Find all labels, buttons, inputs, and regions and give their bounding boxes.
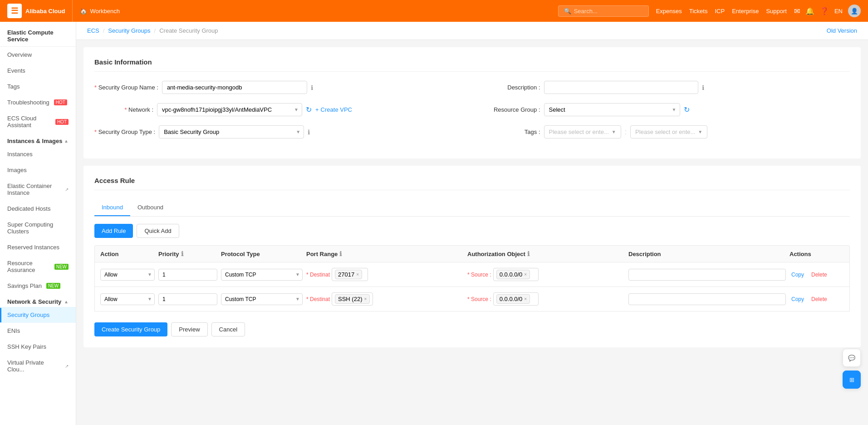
type-info-icon[interactable]: ℹ [308,128,310,136]
workbench-link[interactable]: 🏠 Workbench [72,0,127,22]
row2-protocol-select[interactable]: Custom TCP [221,293,303,305]
tags-key-select[interactable]: Please select or ente... ▼ [544,125,621,138]
security-group-name-input[interactable] [162,81,307,94]
sidebar-item-images[interactable]: Images [0,162,76,178]
row2-port-cell: * Destinat SSH (22) × [306,292,464,306]
search-icon: 🔍 [564,8,571,15]
tags-separator: : [625,128,627,136]
row2-action-links: Copy Delete [790,296,844,302]
mail-icon[interactable]: ✉ [794,7,800,15]
description-field: Description : ℹ [481,81,850,94]
row1-port-close[interactable]: × [356,272,359,277]
row2-port-close[interactable]: × [364,297,367,301]
tags-value-select[interactable]: Please select or ente... ▼ [630,125,707,138]
lang-selector[interactable]: EN [834,8,843,15]
form-row-network-resource: Network : vpc-gw8nofh171pioipgj33yl/AntM… [94,103,850,116]
breadcrumb-ecs[interactable]: ECS [87,27,99,34]
avatar[interactable]: 👤 [848,5,861,17]
row1-delete-link[interactable]: Delete [809,272,829,278]
sidebar-section-instances-images[interactable]: Instances & Images ▲ [0,133,76,146]
row2-action-select[interactable]: Allow [100,293,155,305]
top-navbar: ☰ Alibaba Cloud 🏠 Workbench 🔍 Expenses T… [0,0,868,22]
desc-info-icon[interactable]: ℹ [702,84,704,91]
search-input[interactable] [574,8,643,15]
security-group-type-select[interactable]: Basic Security Group [159,125,304,138]
row1-description-input[interactable] [628,269,786,281]
row1-source-close[interactable]: × [524,272,527,277]
sidebar-item-virtual-private-cloud[interactable]: Virtual Private Clou... ↗ [0,355,76,377]
sidebar-item-overview[interactable]: Overview [0,47,76,63]
security-group-name-label: Security Group Name : [94,84,158,91]
old-version-link[interactable]: Old Version [827,27,857,34]
sidebar-item-events[interactable]: Events [0,63,76,79]
sidebar-item-savings-plan[interactable]: Savings Plan NEW [0,278,76,294]
network-select[interactable]: vpc-gw8nofh171pioipgj33yl/AntMediaVPC [157,103,302,116]
row2-copy-link[interactable]: Copy [790,296,806,302]
sidebar-item-troubleshooting[interactable]: Troubleshooting HOT [0,94,76,110]
icp-link[interactable]: ICP [715,8,725,15]
support-link[interactable]: Support [766,8,787,15]
priority-info-icon[interactable]: ℹ [181,250,183,257]
row1-priority-input[interactable] [158,269,217,281]
row2-protocol-select-wrap: Custom TCP ▼ [221,293,303,305]
row2-description-input[interactable] [628,293,786,305]
sidebar-item-ssh-key-pairs[interactable]: SSH Key Pairs [0,339,76,355]
resource-group-refresh-icon[interactable]: ↻ [684,105,690,114]
row1-copy-link[interactable]: Copy [790,272,806,278]
row2-source-close[interactable]: × [524,297,527,301]
tags-field: Tags : Please select or ente... ▼ : Plea… [481,125,850,138]
sidebar-item-instances[interactable]: Instances [0,146,76,162]
row2-delete-link[interactable]: Delete [809,296,829,302]
tags-row: Please select or ente... ▼ : Please sele… [544,125,708,138]
apps-float-button[interactable]: ⊞ [843,371,861,389]
row1-protocol-select[interactable]: Custom TCP [221,269,303,281]
quick-add-button[interactable]: Quick Add [137,224,179,238]
row2-priority-input[interactable] [158,293,217,305]
sidebar-collapse-button[interactable]: ‹ [76,214,76,232]
tab-outbound[interactable]: Outbound [130,199,171,216]
sidebar-item-elastic-container[interactable]: Elastic Container Instance ↗ [0,178,76,201]
sidebar-item-tags[interactable]: Tags [0,79,76,94]
preview-button[interactable]: Preview [171,322,207,336]
sidebar-item-resource-assurance[interactable]: Resource Assurance NEW [0,255,76,278]
help-icon[interactable]: ❓ [820,7,829,15]
auth-info-icon[interactable]: ℹ [527,250,530,257]
row2-action-cell: Allow ▼ [100,293,155,305]
tickets-link[interactable]: Tickets [689,8,708,15]
name-info-icon[interactable]: ℹ [311,84,313,91]
basic-info-title: Basic Information [94,58,850,72]
breadcrumb-security-groups[interactable]: Security Groups [108,27,150,34]
chat-float-button[interactable]: 💬 [843,349,861,367]
search-bar[interactable]: 🔍 [558,5,649,17]
sidebar-item-reserved-instances[interactable]: Reserved Instances [0,239,76,255]
port-info-icon[interactable]: ℹ [339,250,342,257]
workbench-label: Workbench [90,8,120,15]
sidebar-item-ecs-cloud-assistant[interactable]: ECS Cloud Assistant HOT [0,110,76,133]
cancel-button[interactable]: Cancel [211,322,245,336]
sidebar-item-super-computing[interactable]: Super Computing Clusters [0,217,76,239]
tab-inbound[interactable]: Inbound [94,199,130,216]
sidebar: Elastic Compute Service Overview Events … [0,22,76,425]
breadcrumb-sep-2: / [154,27,156,34]
enterprise-link[interactable]: Enterprise [732,8,759,15]
resource-group-label: Resource Group : [481,106,540,113]
bell-icon[interactable]: 🔔 [805,7,814,15]
access-rule-title: Access Rule [94,177,850,190]
sidebar-item-dedicated-hosts[interactable]: Dedicated Hosts [0,201,76,217]
resource-group-select[interactable]: Select [544,103,680,116]
description-input[interactable] [544,81,698,94]
add-rule-button[interactable]: Add Rule [94,224,133,238]
external-icon: ↗ [65,187,69,192]
header-protocol: Protocol Type [221,250,303,257]
create-security-group-button[interactable]: Create Security Group [94,322,167,336]
overview-label: Overview [7,51,32,58]
create-vpc-link[interactable]: + Create VPC [315,106,352,113]
expenses-link[interactable]: Expenses [656,8,682,15]
row2-desc-cell [628,293,786,305]
network-refresh-icon[interactable]: ↻ [306,105,312,114]
sidebar-item-security-groups[interactable]: Security Groups [0,307,76,323]
sidebar-section-network-security[interactable]: Network & Security ▲ [0,294,76,307]
header-actions: Actions [790,250,844,257]
sidebar-item-enis[interactable]: ENIs [0,323,76,339]
row1-action-select[interactable]: Allow [100,269,155,281]
